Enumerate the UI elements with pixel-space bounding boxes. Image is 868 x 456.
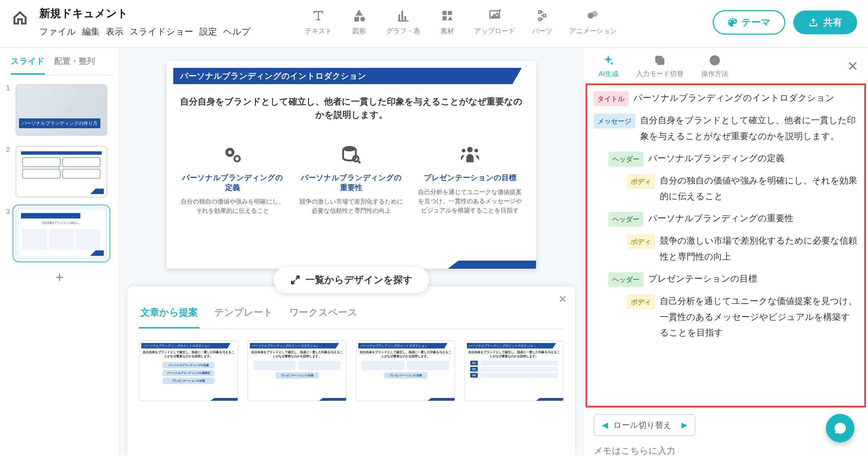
share-button[interactable]: 共有 bbox=[793, 11, 857, 34]
template-option-1[interactable]: パーソナルブランディングのイントロダクション 自分自身をブランドとして確立し、他… bbox=[139, 341, 238, 401]
tool-shape[interactable]: 図形 bbox=[346, 7, 373, 36]
template-option-2[interactable]: パーソナルブランディングのイントロダクション 自分自身をブランドとして確立し、他… bbox=[248, 341, 347, 401]
outline-body-1[interactable]: 自分の独自の価値や強みを明確にし、それを効果的に伝えること bbox=[660, 173, 858, 205]
role-switch-button[interactable]: ◀ ロール切り替え ▶ bbox=[594, 414, 695, 436]
menu-view[interactable]: 表示 bbox=[106, 26, 123, 38]
outline-body-2[interactable]: 競争の激しい市場で差別化するために必要な信頼性と専門性の向上 bbox=[660, 233, 858, 265]
slide-thumb-2[interactable] bbox=[16, 146, 107, 197]
slide-columns: パーソナルブランディングの定義 自分の独自の価値や強みを明確にし、それを効果的に… bbox=[177, 139, 526, 255]
slide-col-3[interactable]: プレゼンテーションの目標 自己分析を通じてユニークな価値提案を見つけ、一貫性のあ… bbox=[414, 139, 526, 255]
col3-body: 自己分析を通じてユニークな価値提案を見つけ、一貫性のあるメッセージやビジュアルを… bbox=[417, 188, 523, 215]
chat-icon bbox=[833, 421, 848, 436]
slide-thumb-1[interactable]: パーソナルブランディングの作り方 bbox=[16, 84, 107, 136]
menu-file[interactable]: ファイル bbox=[39, 26, 76, 38]
document-title[interactable]: 新規ドキュメント bbox=[39, 6, 251, 21]
outline-title[interactable]: パーソナルブランディングのイントロダクション bbox=[633, 90, 858, 106]
slide-canvas[interactable]: パーソナルブランディングのイントロダクション 自分自身をブランドとして確立し、他… bbox=[166, 61, 536, 269]
tag-message: メッセージ bbox=[593, 114, 635, 129]
thumb-number: 1 bbox=[6, 84, 12, 92]
close-panel-button[interactable]: ✕ bbox=[558, 293, 567, 305]
tab-workspace[interactable]: ワークスペース bbox=[288, 300, 359, 328]
menu-slideshow[interactable]: スライドショー bbox=[130, 26, 193, 38]
sparkle-icon bbox=[602, 54, 614, 66]
memo-input[interactable] bbox=[594, 445, 858, 456]
suggestion-tabs: 文章から提案 テンプレート ワークスペース bbox=[139, 300, 564, 329]
suggestion-panel: ✕ 文章から提案 テンプレート ワークスペース パーソナルブランディングのイント… bbox=[127, 286, 575, 456]
outline-header-3[interactable]: プレゼンテーションの目標 bbox=[648, 271, 858, 287]
theme-button-label: テーマ bbox=[742, 16, 771, 29]
tab-ai-label: AI生成 bbox=[598, 69, 618, 78]
tab-ai-generate[interactable]: AI生成 bbox=[598, 54, 618, 78]
template-option-4[interactable]: パーソナルブランディングのイントロダクション 自分自身をブランドとして確立し、他… bbox=[465, 341, 564, 401]
help-icon bbox=[709, 54, 721, 66]
tag-header: ヘッダー bbox=[608, 152, 644, 167]
tool-parts[interactable]: パーツ bbox=[529, 7, 556, 36]
menu-help[interactable]: ヘルプ bbox=[223, 26, 251, 38]
tpl4-title: パーソナルブランディングのイントロダクション bbox=[467, 343, 550, 348]
outline-editor[interactable]: タイトル パーソナルブランディングのイントロダクション メッセージ 自分自身をブ… bbox=[586, 83, 866, 407]
add-slide-button[interactable]: + bbox=[55, 269, 64, 286]
theme-button[interactable]: テーマ bbox=[713, 10, 785, 35]
tag-body: ボディ bbox=[627, 174, 655, 189]
slide-thumb-3[interactable]: 自分自身をブランドとして確立し… bbox=[16, 208, 107, 259]
close-ai-panel[interactable]: ✕ bbox=[847, 58, 859, 74]
outline-header-2[interactable]: パーソナルブランディングの重要性 bbox=[648, 210, 858, 226]
tab-input-mode[interactable]: 入力モード切替 bbox=[636, 54, 684, 78]
title-block: 新規ドキュメント ファイル 編集 表示 スライドショー 設定 ヘルプ bbox=[39, 6, 251, 38]
tag-header: ヘッダー bbox=[608, 212, 644, 227]
template-option-3[interactable]: パーソナルブランディングのイントロダクション 自分自身をブランドとして確立し、他… bbox=[356, 341, 455, 401]
parts-icon bbox=[535, 8, 549, 23]
chat-fab[interactable] bbox=[826, 414, 854, 442]
tab-input-label: 入力モード切替 bbox=[636, 69, 684, 78]
shape-icon bbox=[352, 8, 366, 23]
home-button[interactable] bbox=[11, 9, 29, 27]
slides-sidebar: スライド 配置・整列 1 パーソナルブランディングの作り方 2 bbox=[0, 48, 119, 456]
tool-shape-label: 図形 bbox=[352, 26, 366, 36]
tool-text[interactable]: テキスト bbox=[305, 7, 332, 36]
outline-body-3[interactable]: 自己分析を通じてユニークな価値提案を見つけ、一貫性のあるメッセージやビジュアルを… bbox=[660, 293, 858, 341]
tool-parts-label: パーツ bbox=[532, 26, 552, 36]
upload-icon bbox=[488, 8, 502, 23]
text-icon bbox=[311, 8, 326, 23]
tool-asset[interactable]: 素材 bbox=[434, 7, 461, 36]
svg-point-1 bbox=[592, 11, 598, 17]
find-design-button[interactable]: 一覧からデザインを探す bbox=[274, 267, 429, 293]
slide-thumbnails: 1 パーソナルブランディングの作り方 2 bbox=[6, 75, 113, 259]
slide-col-1[interactable]: パーソナルブランディングの定義 自分の独自の価値や強みを明確にし、それを効果的に… bbox=[177, 139, 289, 255]
menu-edit[interactable]: 編集 bbox=[82, 26, 100, 38]
slide-col-2[interactable]: パーソナルブランディングの重要性 競争の激しい市場で差別化するために必要な信頼性… bbox=[295, 139, 407, 255]
thumb-number: 2 bbox=[6, 146, 12, 154]
tool-upload-label: アップロード bbox=[474, 26, 515, 36]
col3-header: プレゼンテーションの目標 bbox=[417, 173, 523, 183]
tool-upload[interactable]: アップロード bbox=[474, 7, 515, 36]
tool-chart[interactable]: グラフ・表 bbox=[386, 7, 420, 36]
tpl1-pill1: パーソナルブランディングの定義 bbox=[162, 362, 215, 368]
tab-howto-label: 操作方法 bbox=[701, 69, 728, 78]
tag-body: ボディ bbox=[627, 234, 655, 249]
tpl3-title: パーソナルブランディングのイントロダクション bbox=[358, 343, 441, 348]
col2-header: パーソナルブランディングの重要性 bbox=[298, 173, 405, 192]
slide-title[interactable]: パーソナルブランディングのイントロダクション bbox=[173, 68, 502, 84]
tab-template[interactable]: テンプレート bbox=[213, 300, 274, 328]
tab-howto[interactable]: 操作方法 bbox=[701, 54, 728, 78]
tpl4-msg: 自分自身をブランドとして確立し、他者に一貫した印象を与えることがなぜ重要なのかを… bbox=[468, 350, 560, 358]
outline-message[interactable]: 自分自身をブランドとして確立し、他者に一貫した印象を与えることがなぜ重要なのかを… bbox=[640, 112, 858, 144]
tab-arrange[interactable]: 配置・整列 bbox=[54, 56, 95, 75]
chart-icon bbox=[396, 8, 410, 23]
slide-message[interactable]: 自分自身をブランドとして確立し、他者に一貫した印象を与えることがなぜ重要なのかを… bbox=[180, 95, 522, 121]
tool-animation[interactable]: アニメーション bbox=[569, 7, 617, 36]
tool-text-label: テキスト bbox=[305, 26, 332, 36]
tpl1-pill2: パーソナルブランディングの重要性 bbox=[162, 370, 215, 376]
tab-from-text[interactable]: 文章から提案 bbox=[139, 300, 199, 328]
col1-body: 自分の独自の価値や強みを明確にし、それを効果的に伝えること bbox=[179, 197, 286, 215]
role-switch-label: ロール切り替え bbox=[613, 420, 672, 431]
tpl3-pill: プレゼンテーションの目標 bbox=[384, 372, 428, 379]
svg-point-2 bbox=[343, 146, 356, 151]
tab-slides[interactable]: スライド bbox=[11, 56, 45, 75]
col2-body: 競争の激しい市場で差別化するために必要な信頼性と専門性の向上 bbox=[298, 197, 405, 215]
share-icon bbox=[808, 17, 818, 27]
outline-header-1[interactable]: パーソナルブランディングの定義 bbox=[648, 150, 858, 166]
header-right: テーマ 共有 bbox=[713, 10, 857, 35]
menu-settings[interactable]: 設定 bbox=[199, 26, 217, 38]
tpl1-msg: 自分自身をブランドとして確立し、他者に一貫した印象を与えることがなぜ重要なのかを… bbox=[143, 350, 234, 358]
